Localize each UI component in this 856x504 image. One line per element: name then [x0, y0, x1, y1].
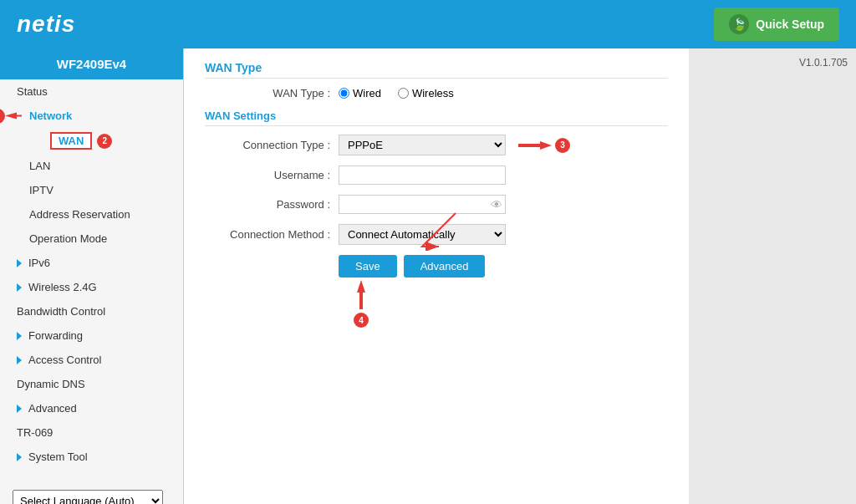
sidebar-item-ipv6[interactable]: IPv6 — [0, 251, 183, 275]
advanced-annotation-wrapper — [389, 209, 472, 253]
access-control-expand-icon — [17, 356, 22, 364]
wan-type-row: WAN Type : Wired Wireless — [205, 87, 668, 99]
advanced-label: Advanced — [28, 402, 77, 415]
save-button[interactable]: Save — [339, 255, 397, 277]
leaf-icon: 🍃 — [729, 14, 749, 34]
svg-marker-0 — [5, 112, 22, 119]
annotation-circle-2: 2 — [97, 134, 112, 149]
wan-type-wired-radio[interactable] — [339, 88, 349, 99]
sidebar-item-advanced[interactable]: Advanced — [0, 396, 183, 420]
sidebar-item-operation-mode[interactable]: Operation Mode — [0, 227, 183, 251]
wan-type-wireless-label: Wireless — [412, 87, 454, 99]
forwarding-label: Forwarding — [28, 329, 83, 342]
wan-type-wired-label: Wired — [353, 87, 381, 99]
username-input[interactable] — [339, 165, 506, 185]
svg-marker-2 — [357, 280, 365, 309]
connection-type-label: Connection Type : — [205, 139, 339, 151]
username-value — [339, 165, 506, 185]
button-row: Save Advanced 4 — [339, 255, 668, 277]
main-container: WF2409Ev4 Status 1 Network WAN 2 LAN IPT… — [0, 48, 856, 504]
sidebar-item-iptv[interactable]: IPTV — [0, 178, 183, 202]
wan-type-label: WAN Type : — [205, 87, 339, 99]
sidebar-item-tr069[interactable]: TR-069 — [0, 420, 183, 445]
annotation-circle-4: 4 — [354, 313, 369, 328]
ipv6-label: IPv6 — [28, 257, 50, 269]
language-select[interactable]: Select Language (Auto) English Chinese — [13, 490, 163, 504]
advanced-button[interactable]: Advanced — [404, 255, 486, 277]
forwarding-expand-icon — [17, 332, 22, 340]
svg-marker-1 — [518, 141, 552, 150]
password-label: Password : — [205, 198, 339, 211]
wan-type-wireless-option[interactable]: Wireless — [398, 87, 454, 99]
sidebar-model: WF2409Ev4 — [0, 48, 183, 79]
connection-type-select[interactable]: PPPoE DHCP Static IP — [339, 135, 506, 155]
sidebar-item-dynamic-dns[interactable]: Dynamic DNS — [0, 372, 183, 396]
wan-type-radio-group: Wired Wireless — [339, 87, 454, 99]
wireless-label: Wireless 2.4G — [28, 281, 97, 293]
sidebar-item-status[interactable]: Status — [0, 79, 183, 104]
annotation-circle-3: 3 — [555, 138, 570, 153]
sidebar-item-wireless-24g[interactable]: Wireless 2.4G — [0, 275, 183, 299]
wan-type-wired-option[interactable]: Wired — [339, 87, 381, 99]
content-area: WAN Type WAN Type : Wired Wireless WAN S… — [184, 48, 689, 504]
header: netis 🍃 Quick Setup — [0, 0, 856, 48]
sidebar-item-system-tool[interactable]: System Tool — [0, 445, 183, 469]
red-arrow-3 — [518, 140, 552, 151]
sidebar-item-forwarding[interactable]: Forwarding — [0, 323, 183, 348]
username-row: Username : — [205, 165, 668, 185]
sidebar-item-bandwidth-control[interactable]: Bandwidth Control — [0, 299, 183, 323]
annotation-4-wrapper: 4 — [354, 280, 369, 328]
right-panel: V1.0.1.705 S/N: 1100278926207722 — [689, 48, 856, 504]
password-toggle-icon[interactable]: 👁 — [491, 198, 502, 211]
sidebar-item-wan[interactable]: WAN — [50, 132, 92, 150]
sidebar-item-access-control[interactable]: Access Control — [0, 348, 183, 372]
logo: netis — [17, 11, 75, 38]
wireless-expand-icon — [17, 283, 22, 292]
sidebar-item-address-reservation[interactable]: Address Reservation — [0, 202, 183, 227]
connection-method-label: Connection Method : — [205, 228, 339, 241]
wan-settings-section-title: WAN Settings — [205, 109, 668, 126]
ipv6-expand-icon — [17, 259, 22, 267]
red-arrow-1 — [5, 111, 22, 120]
username-label: Username : — [205, 169, 339, 181]
system-tool-label: System Tool — [28, 451, 88, 463]
connection-type-value: PPPoE DHCP Static IP 3 — [339, 135, 570, 155]
sidebar: WF2409Ev4 Status 1 Network WAN 2 LAN IPT… — [0, 48, 184, 504]
connection-type-row: Connection Type : PPPoE DHCP Static IP 3 — [205, 135, 668, 155]
sidebar-item-lan[interactable]: LAN — [0, 154, 183, 178]
quick-setup-button[interactable]: 🍃 Quick Setup — [714, 8, 839, 41]
quick-setup-label: Quick Setup — [756, 18, 824, 31]
system-tool-expand-icon — [17, 453, 22, 461]
version-text: V1.0.1.705 — [697, 57, 848, 69]
red-arrow-advanced — [389, 209, 472, 251]
wan-type-section-title: WAN Type — [205, 61, 668, 79]
red-arrow-4 — [355, 280, 367, 309]
wan-type-wireless-radio[interactable] — [398, 88, 409, 99]
advanced-expand-icon — [17, 405, 22, 413]
access-control-label: Access Control — [28, 354, 101, 366]
